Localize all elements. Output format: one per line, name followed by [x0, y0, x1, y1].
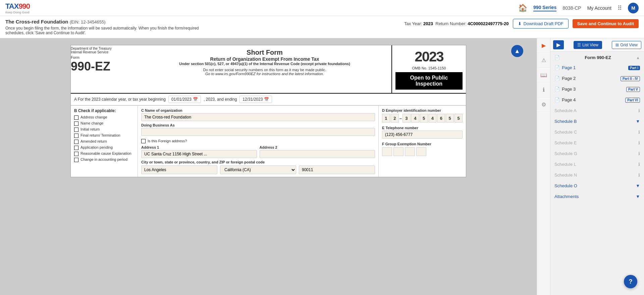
- chevron-up-icon: ▲: [636, 55, 640, 60]
- ein-label: (EIN: 12-3454655): [70, 19, 106, 24]
- ein-box-8: 5: [446, 114, 454, 122]
- nav-forward-button[interactable]: ▶: [553, 40, 564, 49]
- schedule-l-row[interactable]: Schedule L ℹ: [550, 159, 644, 170]
- logo-sub: Keep Doing Good: [5, 11, 30, 14]
- sidebar-page-2[interactable]: 📄 Page 2 Part II - IV: [550, 73, 644, 84]
- schedule-l-info-icon[interactable]: ℹ: [638, 162, 640, 167]
- addr2-label: Address 2: [260, 145, 375, 149]
- checkbox-amended-return[interactable]: [74, 140, 78, 144]
- tax-info: Tax Year: 2023 Return Number: 4C00002249…: [404, 21, 509, 26]
- checkbox-final-return[interactable]: [74, 134, 78, 138]
- schedule-b-row[interactable]: Schedule B ▼: [550, 116, 644, 127]
- form-990-ez-title: Form 990-EZ: [585, 55, 611, 60]
- addr1-input[interactable]: [141, 150, 257, 158]
- nav-link-my-account[interactable]: My Account: [587, 5, 611, 11]
- checkbox-reasonable-cause[interactable]: [74, 152, 78, 156]
- sidebar-page-4[interactable]: 📄 Page 4 Part VI: [550, 95, 644, 105]
- date-start-input[interactable]: 01/01/2023 📅: [168, 96, 201, 103]
- sidebar-page-1[interactable]: 📄 Page 1 Part I: [550, 62, 644, 73]
- ein-box-6: 4: [429, 114, 437, 122]
- state-select[interactable]: California (CA): [220, 165, 296, 174]
- section-f-group: F Group Exemption Number: [382, 142, 463, 156]
- group-box-3: [405, 147, 415, 156]
- schedule-c-row[interactable]: Schedule C ℹ: [550, 127, 644, 138]
- calendar-icon-end: 📅: [264, 97, 269, 102]
- schedule-o-row[interactable]: Schedule O ▼: [550, 181, 644, 191]
- phone-input[interactable]: [382, 131, 463, 139]
- settings-icon[interactable]: ⚙: [537, 97, 550, 112]
- treasury-info: Department of the Treasury Internal Reve…: [71, 45, 138, 55]
- form-990-ez-icon: 📄: [554, 55, 560, 60]
- form-title-main: Short Form: [141, 49, 388, 56]
- download-draft-button[interactable]: ⬇ Download Draft PDF: [513, 19, 569, 29]
- foreign-label: Is this Foreign address?: [148, 139, 187, 143]
- sidebar-toolbar: ▶ ☰ List View ⊞ Grid View: [550, 38, 644, 52]
- ein-box-9: 5: [454, 114, 463, 122]
- info-icon[interactable]: ℹ: [537, 83, 550, 97]
- save-continue-button[interactable]: Save and Continue to Audit: [573, 19, 639, 28]
- scroll-up-button[interactable]: ▲: [511, 45, 523, 57]
- chevron-down-b: ▼: [636, 119, 640, 124]
- schedule-e-info-icon[interactable]: ℹ: [638, 140, 640, 145]
- grid-icon[interactable]: ⠿: [618, 4, 622, 12]
- grid-view-icon: ⊞: [615, 43, 619, 47]
- schedule-g-info-icon[interactable]: ℹ: [638, 151, 640, 156]
- org-name-input[interactable]: [141, 113, 375, 121]
- schedule-b-label: Schedule B: [554, 119, 577, 124]
- grid-view-button[interactable]: ⊞ Grid View: [612, 41, 641, 49]
- ein-box-5: 5: [420, 114, 428, 122]
- list-view-button[interactable]: ☰ List View: [574, 41, 602, 49]
- schedule-g-row[interactable]: Schedule G ℹ: [550, 148, 644, 159]
- subheader-right: Tax Year: 2023 Return Number: 4C00002249…: [404, 19, 639, 29]
- book-icon[interactable]: 📖: [537, 68, 550, 83]
- address-grid: Address 1 Address 2: [141, 145, 375, 158]
- schedule-n-label: Schedule N: [554, 173, 577, 178]
- form-area: ▲ Department of the Treasury Internal Re…: [0, 38, 537, 295]
- check-accounting-period: Change in accounting period: [74, 157, 134, 162]
- avatar[interactable]: M: [628, 3, 639, 13]
- checkbox-accounting-period[interactable]: [74, 158, 78, 162]
- schedule-l-label: Schedule L: [554, 162, 576, 167]
- calendar-icon: 📅: [193, 97, 198, 102]
- checkbox-initial-return[interactable]: [74, 128, 78, 132]
- checkbox-foreign[interactable]: [141, 139, 146, 143]
- page-1-label: Page 1: [562, 65, 576, 70]
- checkbox-address-change[interactable]: [74, 115, 78, 120]
- help-button[interactable]: ?: [624, 275, 637, 288]
- dba-input[interactable]: [141, 128, 375, 136]
- warning-icon[interactable]: ⚠: [537, 53, 550, 68]
- home-icon[interactable]: 🏠: [518, 4, 527, 12]
- zip-input[interactable]: [299, 165, 375, 174]
- nav-arrow-icon[interactable]: ▶: [537, 38, 550, 53]
- attachments-row[interactable]: Attachments ▼: [550, 191, 644, 202]
- form-note1: Do not enter social security numbers on …: [141, 68, 388, 72]
- check-address-change: Address change: [74, 115, 134, 120]
- schedule-a-info-icon[interactable]: ℹ: [638, 108, 640, 113]
- schedule-e-row[interactable]: Schedule E ℹ: [550, 138, 644, 148]
- nav-link-990-series[interactable]: 990 Series: [533, 5, 556, 11]
- section-e-label: E Telephone number: [382, 126, 463, 130]
- schedule-a-row[interactable]: Schedule A ℹ: [550, 105, 644, 116]
- addr2-input[interactable]: [260, 150, 375, 158]
- checkbox-application-pending[interactable]: [74, 146, 78, 150]
- group-boxes: [382, 147, 463, 156]
- part-badge-2: Part II - IV: [621, 76, 640, 81]
- attachments-label: Attachments: [554, 194, 579, 199]
- sidebar-page-3[interactable]: 📄 Page 3 Part V: [550, 84, 644, 95]
- ein-box-3: 3: [402, 114, 411, 122]
- schedule-c-info-icon[interactable]: ℹ: [638, 130, 640, 135]
- section-c-label: C Name of organization: [141, 108, 375, 112]
- year-display: 2023: [395, 49, 463, 65]
- schedule-n-info-icon[interactable]: ℹ: [638, 173, 640, 178]
- omb: OMB No. 1545-1150: [395, 66, 463, 70]
- nav-link-8038cp[interactable]: 8038-CP: [562, 5, 581, 11]
- date-end-input[interactable]: 12/31/2023 📅: [239, 96, 272, 103]
- group-box-4: [416, 147, 426, 156]
- dba-row: Doing Business As: [141, 123, 375, 136]
- city-input[interactable]: [141, 165, 217, 174]
- schedule-a-label: Schedule A: [554, 108, 577, 113]
- checkbox-name-change[interactable]: [74, 121, 78, 126]
- schedule-o-label: Schedule O: [554, 183, 577, 188]
- ein-dash: –: [399, 116, 402, 121]
- schedule-n-row[interactable]: Schedule N ℹ: [550, 170, 644, 181]
